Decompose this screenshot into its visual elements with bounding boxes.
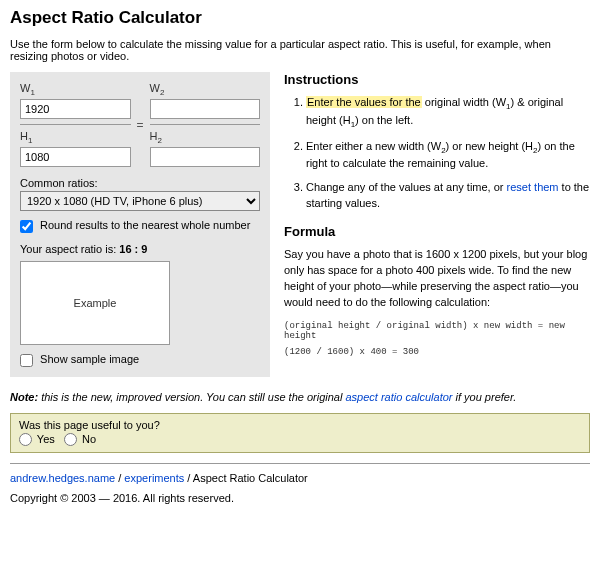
instruction-step-3: Change any of the values at any time, or…	[306, 180, 590, 212]
info-panel: Instructions Enter the values for the or…	[284, 72, 590, 363]
w2-input[interactable]	[150, 99, 261, 119]
w1-input[interactable]	[20, 99, 131, 119]
right-divider	[150, 124, 261, 125]
feedback-question: Was this page useful to you?	[19, 419, 581, 431]
instruction-step-1: Enter the values for the original width …	[306, 95, 590, 131]
h2-input[interactable]	[150, 147, 261, 167]
h1-input[interactable]	[20, 147, 131, 167]
h1-label: H1	[20, 130, 131, 145]
instructions-heading: Instructions	[284, 72, 590, 87]
note-line: Note: this is the new, improved version.…	[10, 391, 590, 403]
breadcrumb: andrew.hedges.name / experiments / Aspec…	[10, 472, 590, 484]
page-title: Aspect Ratio Calculator	[10, 8, 590, 28]
w1-label: W1	[20, 82, 131, 97]
feedback-box: Was this page useful to you? Yes No	[10, 413, 590, 454]
reset-link[interactable]: reset them	[507, 181, 559, 193]
feedback-no-radio[interactable]	[64, 433, 77, 446]
fields-grid: W1 H1 = W2 H2	[20, 82, 260, 167]
instruction-step-2: Enter either a new width (W2) or new hei…	[306, 139, 590, 173]
round-label: Round results to the nearest whole numbe…	[40, 219, 250, 231]
round-row: Round results to the nearest whole numbe…	[20, 219, 260, 233]
feedback-yes-radio[interactable]	[19, 433, 32, 446]
breadcrumb-link-home[interactable]: andrew.hedges.name	[10, 472, 115, 484]
left-field-col: W1 H1	[20, 82, 131, 167]
common-ratios-row: Common ratios: 1920 x 1080 (HD TV, iPhon…	[20, 177, 260, 211]
feedback-no-label[interactable]: No	[64, 433, 96, 445]
feedback-yes-label[interactable]: Yes	[19, 433, 55, 445]
formula-line-1: (original height / original width) x new…	[284, 321, 590, 341]
aspect-ratio-row: Your aspect ratio is: 16 : 9	[20, 243, 260, 255]
note-label: Note:	[10, 391, 38, 403]
equals-sign: =	[135, 118, 146, 132]
main-columns: W1 H1 = W2 H2 Common ratios: 1920 x 1080…	[10, 72, 590, 377]
breadcrumb-link-experiments[interactable]: experiments	[124, 472, 184, 484]
show-sample-label: Show sample image	[40, 353, 139, 365]
intro-text: Use the form below to calculate the miss…	[10, 38, 590, 62]
example-box: Example	[20, 261, 170, 345]
ratio-prefix: Your aspect ratio is:	[20, 243, 119, 255]
calculator-panel: W1 H1 = W2 H2 Common ratios: 1920 x 1080…	[10, 72, 270, 377]
w2-label: W2	[150, 82, 261, 97]
example-label: Example	[74, 297, 117, 309]
original-calculator-link[interactable]: aspect ratio calculator	[345, 391, 452, 403]
ratio-value: 16 : 9	[119, 243, 147, 255]
formula-para: Say you have a photo that is 1600 x 1200…	[284, 247, 590, 311]
common-ratios-label: Common ratios:	[20, 177, 260, 189]
copyright: Copyright © 2003 — 2016. All rights rese…	[10, 492, 590, 504]
right-field-col: W2 H2	[150, 82, 261, 167]
show-sample-row: Show sample image	[20, 353, 260, 367]
formula-heading: Formula	[284, 224, 590, 239]
breadcrumb-current: Aspect Ratio Calculator	[193, 472, 308, 484]
left-divider	[20, 124, 131, 125]
h2-label: H2	[150, 130, 261, 145]
round-checkbox[interactable]	[20, 220, 33, 233]
instructions-list: Enter the values for the original width …	[284, 95, 590, 212]
show-sample-checkbox[interactable]	[20, 354, 33, 367]
common-ratios-select[interactable]: 1920 x 1080 (HD TV, iPhone 6 plus)	[20, 191, 260, 211]
formula-line-2: (1200 / 1600) x 400 = 300	[284, 347, 590, 357]
footer-separator	[10, 463, 590, 464]
